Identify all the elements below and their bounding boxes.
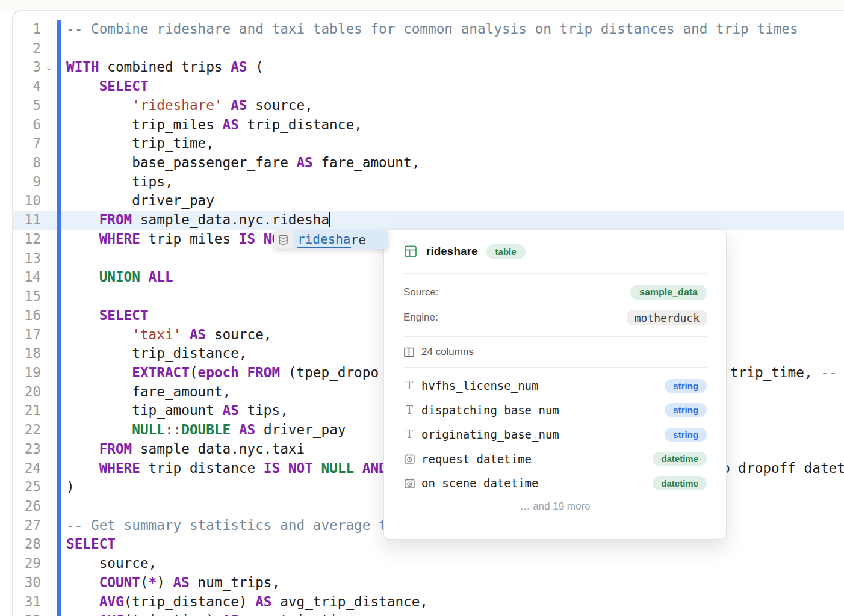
gutter-accent-bar [57,20,61,39]
code-text[interactable]: AVG(trip_time) AS avg_trip_time, [61,611,844,616]
fold-spacer [41,535,57,554]
code-token: trip_distance, [239,117,362,132]
code-text[interactable]: AVG(trip_distance) AS avg_trip_distance, [61,593,844,612]
column-name: dispatching_base_num [421,404,559,417]
fold-spacer [41,211,57,230]
code-line[interactable]: 3⌄WITH combined_trips AS ( [13,58,844,77]
code-line[interactable]: 1-- Combine rideshare and taxi tables fo… [13,20,844,39]
code-text[interactable]: driver_pay [61,191,844,211]
code-text[interactable]: COUNT(*) AS num_trips, [61,573,844,593]
code-token [313,460,321,476]
fold-spacer [41,554,57,573]
code-line[interactable]: 29 source, [13,554,844,573]
code-line[interactable]: 2 [13,39,844,58]
line-number: 1 [13,20,41,39]
code-line[interactable]: 11 FROM sample_data.nyc.ridesha [13,211,844,230]
line-number: 4 [13,77,41,96]
page-background-strip [0,0,844,10]
code-text-fragment: p_dropoff_datet [722,459,844,478]
column-type-badge: string [665,379,707,393]
text-type-icon: T [406,429,413,440]
code-token: tips, [239,402,288,418]
text-cursor [329,212,330,227]
code-token: WHERE [99,231,140,247]
code-token: avg_trip_time, [239,612,362,616]
line-number: 2 [13,39,41,58]
code-token: SELECT [99,307,149,323]
gutter-accent-bar [57,593,61,612]
code-line[interactable]: 31 AVG(trip_distance) AS avg_trip_distan… [13,593,844,612]
line-number: 26 [13,497,41,516]
code-text[interactable]: trip_miles AS trip_distance, [61,116,844,135]
code-token: source, [206,327,272,342]
line-number: 14 [13,268,41,287]
code-token: 'rideshare' [132,97,222,113]
fold-spacer [41,153,57,173]
line-number: 17 [13,325,41,345]
line-number: 13 [13,249,41,268]
autocomplete-suggestion[interactable]: rideshare [274,230,388,249]
code-line[interactable]: 5 'rideshare' AS source, [13,96,844,116]
code-token [255,231,264,247]
code-line[interactable]: 10 driver_pay [13,191,844,211]
code-line[interactable]: 30 COUNT(*) AS num_trips, [13,573,844,593]
column-name: hvfhs_license_num [421,379,538,392]
gutter-accent-bar [57,116,61,135]
autocomplete-item-label[interactable]: rideshare [293,230,388,249]
column-icon-wrap [403,478,415,489]
fold-spacer [41,420,57,440]
code-token: trip_miles [140,231,239,247]
line-number: 21 [13,401,41,420]
code-line[interactable]: 7 trip_time, [13,134,844,153]
code-text[interactable]: tips, [61,173,844,192]
code-token: ( [190,365,198,380]
code-line[interactable]: 6 trip_miles AS trip_distance, [13,116,844,135]
code-line[interactable]: 8 base_passenger_fare AS fare_amount, [13,153,844,173]
code-token [66,269,99,285]
gutter-accent-bar [57,401,61,420]
code-text[interactable]: SELECT [61,77,844,96]
code-text[interactable] [61,39,844,58]
line-number: 10 [13,191,41,211]
code-line[interactable]: 32 AVG(trip_time) AS avg_trip_time, [13,611,844,616]
code-text[interactable]: trip_time, [61,134,844,153]
code-token: sample_data.nyc.taxi [132,441,305,457]
code-token: AVG [99,612,124,616]
line-number: 25 [13,478,41,497]
fold-spacer [41,230,57,249]
code-text[interactable]: source, [61,554,844,573]
code-text[interactable]: FROM sample_data.nyc.ridesha [61,211,844,230]
table-info-card: rideshare table Source:sample_dataEngine… [383,229,727,540]
fold-spacer [41,96,57,116]
code-line[interactable]: 4 SELECT [13,77,844,96]
columns-count-label: 24 columns [421,346,474,358]
code-text[interactable]: 'rideshare' AS source, [61,96,844,116]
code-token: COUNT [99,574,140,590]
fold-spacer [41,325,57,345]
code-token [66,441,99,457]
column-type-badge: string [665,428,707,442]
code-text[interactable]: WITH combined_trips AS ( [61,58,844,77]
line-number: 6 [13,116,41,135]
code-token: num_trips, [190,574,280,590]
fold-chevron-icon[interactable]: ⌄ [41,58,57,77]
code-token: ( [140,574,149,590]
code-token: combined_trips [99,59,231,75]
code-text[interactable]: base_passenger_fare AS fare_amount, [61,153,844,173]
code-token: FROM [99,441,132,457]
code-token: trip_time, [730,365,821,380]
fold-spacer [41,593,57,612]
code-token: NOT [288,460,313,476]
code-line[interactable]: 9 tips, [13,173,844,192]
code-token [66,594,99,609]
gutter-accent-bar [57,363,61,383]
code-token: AS [223,402,239,418]
gutter-accent-bar [57,173,61,192]
code-token: tips, [66,174,173,189]
meta-label: Engine: [403,312,438,324]
code-token [223,97,231,113]
code-text[interactable]: -- Combine rideshare and taxi tables for… [61,20,844,39]
table-meta-section: Source:sample_dataEngine:motherduck [403,274,707,337]
code-token [66,78,99,94]
code-token [239,365,247,380]
